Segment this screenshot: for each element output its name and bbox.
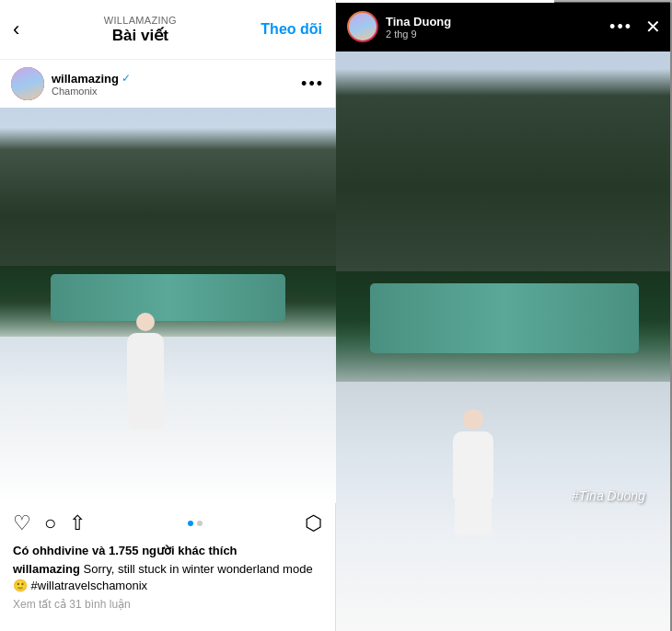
story-figure-legs <box>455 500 492 535</box>
story-image-bg: #Tina Duong <box>336 52 672 631</box>
page-title: Bài viết <box>112 26 168 45</box>
figure <box>118 313 173 432</box>
figure-head <box>136 313 155 331</box>
story-user-info: Tina Duong 2 thg 9 <box>386 15 451 40</box>
header-center: WILLAMAZING Bài viết <box>104 15 177 45</box>
see-comments-button[interactable]: Xem tất cả 31 bình luận <box>0 598 335 611</box>
post-options-button[interactable]: ••• <box>301 75 324 94</box>
caption-row: willamazing Sorry, still stuck in winter… <box>0 561 335 594</box>
username-row: willamazing ✓ <box>52 72 131 86</box>
post-user-left: willamazing ✓ Chamonix <box>11 67 131 100</box>
story-image[interactable]: #Tina Duong <box>336 52 672 631</box>
story-snow <box>336 382 672 631</box>
story-header: Tina Duong 2 thg 9 ••• ✕ <box>336 0 672 52</box>
likes-row: Có ohhdivine và 1.755 người khác thích <box>0 544 335 557</box>
story-avatar[interactable] <box>347 11 378 42</box>
story-close-button[interactable]: ✕ <box>645 16 661 38</box>
figure-body <box>127 333 164 397</box>
username[interactable]: willamazing <box>52 72 119 86</box>
back-button[interactable]: ‹ <box>13 17 19 41</box>
story-trees <box>336 69 672 405</box>
dot-active <box>188 521 193 526</box>
post-location: Chamonix <box>52 86 131 97</box>
share-button[interactable]: ⇧ <box>69 511 86 535</box>
follow-button[interactable]: Theo dõi <box>261 21 322 38</box>
right-panel: Tina Duong 2 thg 9 ••• ✕ #Tina Duong <box>336 0 672 631</box>
story-options-button[interactable]: ••• <box>609 17 632 37</box>
likes-text: Có ohhdivine và 1.755 người khác thích <box>13 544 238 557</box>
snow-scene <box>0 108 336 503</box>
story-figure-head <box>463 409 483 430</box>
story-username[interactable]: Tina Duong <box>386 15 451 29</box>
comment-button[interactable]: ○ <box>44 511 56 535</box>
dot-inactive <box>197 521 203 526</box>
caption-username[interactable]: willamazing <box>13 562 80 576</box>
user-info: willamazing ✓ Chamonix <box>52 72 131 97</box>
avatar-image <box>11 67 44 100</box>
bookmark-button[interactable]: ⬡ <box>305 511 322 535</box>
post-user-row: willamazing ✓ Chamonix ••• <box>0 60 335 108</box>
story-time: 2 thg 9 <box>386 29 451 40</box>
story-user-left: Tina Duong 2 thg 9 <box>347 11 451 42</box>
post-actions: ♡ ○ ⇧ ⬡ <box>0 503 335 544</box>
story-river <box>370 283 639 353</box>
story-header-right: ••• ✕ <box>609 16 661 38</box>
story-hashtag: #Tina Duong <box>572 488 645 503</box>
account-name-small: WILLAMAZING <box>104 15 177 26</box>
figure-legs <box>128 397 163 430</box>
verified-icon: ✓ <box>122 72 131 85</box>
left-panel: ‹ WILLAMAZING Bài viết Theo dõi willamaz… <box>0 0 336 631</box>
story-avatar-image <box>349 13 377 40</box>
post-image[interactable] <box>0 108 336 503</box>
post-header: ‹ WILLAMAZING Bài viết Theo dõi <box>0 0 335 60</box>
carousel-indicator <box>188 521 203 526</box>
story-figure-body <box>453 431 493 500</box>
like-button[interactable]: ♡ <box>13 511 31 535</box>
story-figure <box>444 409 504 538</box>
action-icons-left: ♡ ○ ⇧ <box>13 511 86 535</box>
avatar[interactable] <box>11 67 44 100</box>
